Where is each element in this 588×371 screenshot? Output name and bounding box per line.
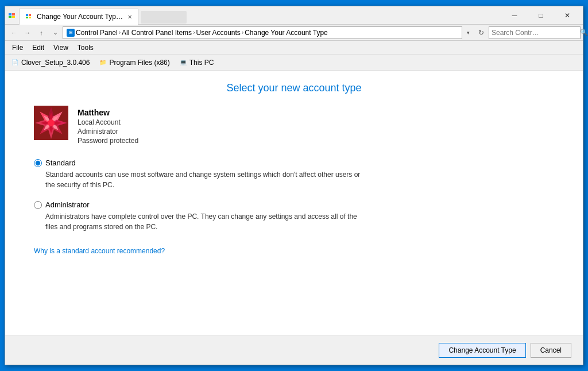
tab-label: Change Your Account Typ… <box>37 13 123 21</box>
standard-radio[interactable] <box>34 159 42 167</box>
administrator-label[interactable]: Administrator <box>45 200 90 209</box>
control-panel-icon: ⊞ <box>67 29 75 37</box>
search-box[interactable]: 🔍 <box>489 26 581 39</box>
menu-bar: File Edit View Tools <box>5 41 583 55</box>
cancel-button[interactable]: Cancel <box>531 343 571 358</box>
new-tab-placeholder <box>141 11 187 24</box>
titlebar-left: Change Your Account Typ… ✕ <box>5 6 501 25</box>
refresh-button[interactable]: ↻ <box>475 26 488 39</box>
user-detail-role: Administrator <box>78 127 138 136</box>
minimize-button[interactable]: ─ <box>501 6 528 25</box>
bottom-bar: Change Account Type Cancel <box>5 335 583 365</box>
page-title: Select your new account type <box>22 82 566 94</box>
menu-tools[interactable]: Tools <box>73 42 98 53</box>
help-link[interactable]: Why is a standard account recommended? <box>34 247 165 255</box>
bookmark-clover-label: Clover_Setup_3.0.406 <box>21 59 90 67</box>
user-info: Matthew Local Account Administrator Pass… <box>78 106 138 145</box>
svg-rect-0 <box>9 13 11 16</box>
main-content: Select your new account type Matthew Loc… <box>5 71 583 335</box>
tab-close-button[interactable]: ✕ <box>127 14 132 20</box>
standard-option: Standard Standard accounts can use most … <box>34 159 566 190</box>
bookmark-this-pc-label: This PC <box>189 59 214 67</box>
folder-icon: 📁 <box>99 59 107 67</box>
file-icon: 📄 <box>11 59 19 67</box>
breadcrumb-bar: ⊞ Control Panel › All Control Panel Item… <box>63 26 462 39</box>
recent-button[interactable]: ⌄ <box>49 26 61 39</box>
back-button[interactable]: ← <box>7 26 20 39</box>
browser-tab[interactable]: Change Your Account Typ… ✕ <box>19 9 138 25</box>
user-detail-account-type: Local Account <box>78 118 138 126</box>
up-button[interactable]: ↑ <box>35 26 48 39</box>
main-window: Change Your Account Typ… ✕ ─ □ ✕ ← → ↑ ⌄… <box>5 6 583 365</box>
svg-rect-7 <box>29 17 31 18</box>
window-icon <box>7 11 17 20</box>
standard-label[interactable]: Standard <box>45 159 76 167</box>
svg-rect-6 <box>29 14 31 16</box>
close-button[interactable]: ✕ <box>554 6 581 25</box>
address-bar-row: ← → ↑ ⌄ ⊞ Control Panel › All Control Pa… <box>5 25 583 41</box>
titlebar: Change Your Account Typ… ✕ ─ □ ✕ <box>5 6 583 25</box>
search-input[interactable] <box>492 29 578 37</box>
breadcrumb-control-panel[interactable]: Control Panel <box>76 29 118 37</box>
user-detail-password: Password protected <box>78 137 138 145</box>
address-dropdown-button[interactable]: ▾ <box>463 26 474 39</box>
search-icon[interactable]: 🔍 <box>580 29 588 36</box>
administrator-radio[interactable] <box>34 201 42 209</box>
svg-rect-5 <box>26 17 28 18</box>
standard-label-row: Standard <box>34 159 566 167</box>
bookmark-program-files-label: Program Files (x86) <box>109 59 169 67</box>
breadcrumb-current: Change Your Account Type <box>245 29 328 37</box>
administrator-label-row: Administrator <box>34 200 566 209</box>
svg-rect-2 <box>12 13 15 16</box>
menu-edit[interactable]: Edit <box>28 42 49 53</box>
breadcrumb-user-accounts[interactable]: User Accounts <box>196 29 240 37</box>
menu-view[interactable]: View <box>49 42 73 53</box>
svg-rect-4 <box>26 14 28 16</box>
user-avatar <box>34 106 68 140</box>
administrator-option: Administrator Administrators have comple… <box>34 200 566 232</box>
forward-button[interactable]: → <box>21 26 34 39</box>
pc-icon: 💻 <box>179 59 187 67</box>
svg-rect-1 <box>9 16 11 18</box>
user-section: Matthew Local Account Administrator Pass… <box>22 106 566 145</box>
maximize-button[interactable]: □ <box>528 6 554 25</box>
menu-file[interactable]: File <box>7 42 28 53</box>
standard-description: Standard accounts can use most software … <box>45 169 367 190</box>
bookmark-clover-setup[interactable]: 📄 Clover_Setup_3.0.406 <box>9 57 92 68</box>
bookmarks-bar: 📄 Clover_Setup_3.0.406 📁 Program Files (… <box>5 55 583 71</box>
administrator-description: Administrators have complete control ove… <box>45 211 367 232</box>
bookmark-program-files[interactable]: 📁 Program Files (x86) <box>96 57 172 68</box>
bookmark-this-pc[interactable]: 💻 This PC <box>177 57 216 68</box>
svg-rect-3 <box>12 16 15 18</box>
window-controls: ─ □ ✕ <box>501 6 581 25</box>
user-name: Matthew <box>78 108 138 117</box>
account-options: Standard Standard accounts can use most … <box>22 159 566 255</box>
change-account-type-button[interactable]: Change Account Type <box>439 343 525 358</box>
breadcrumb-all-items[interactable]: All Control Panel Items <box>122 29 192 37</box>
